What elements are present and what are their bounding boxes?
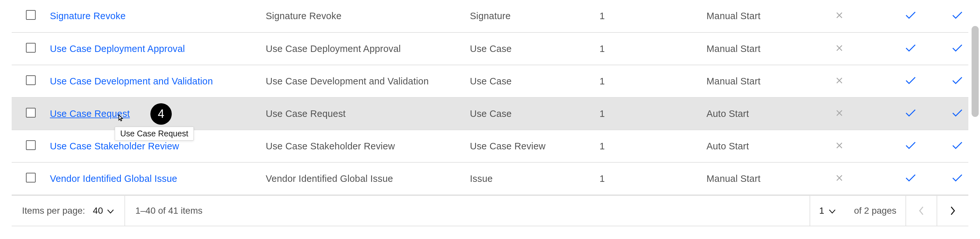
workflow-type: Use Case Review	[470, 130, 600, 162]
workflow-launch: Manual Start	[706, 32, 804, 65]
check-icon	[905, 77, 916, 84]
workflow-description: Use Case Stakeholder Review	[266, 130, 470, 162]
check-icon	[905, 44, 916, 52]
check-icon	[952, 141, 963, 149]
row-checkbox[interactable]	[26, 108, 36, 117]
workflow-launch: Auto Start	[706, 98, 804, 130]
workflow-description: Vendor Identified Global Issue	[266, 162, 470, 195]
check-icon	[952, 109, 963, 117]
close-icon	[835, 44, 843, 54]
workflow-launch: Manual Start	[706, 0, 804, 32]
workflow-version: 1	[600, 98, 706, 130]
workflow-type: Use Case	[470, 32, 600, 65]
workflow-version: 1	[600, 162, 706, 195]
check-icon	[952, 11, 963, 19]
check-icon	[952, 44, 963, 52]
workflow-type: Issue	[470, 162, 600, 195]
page-number: 1	[819, 205, 824, 216]
hover-tooltip: Use Case Request	[115, 127, 194, 141]
cursor-pointer-icon	[116, 114, 126, 124]
workflow-name-link[interactable]: Use Case Deployment Approval	[50, 43, 185, 54]
row-checkbox[interactable]	[26, 140, 36, 150]
workflow-table: Signature RevokeSignature RevokeSignatur…	[12, 0, 968, 195]
row-checkbox[interactable]	[26, 75, 36, 85]
prev-page-button[interactable]	[906, 196, 937, 226]
workflow-name-link[interactable]: Use Case Stakeholder Review	[50, 141, 179, 151]
check-icon	[952, 174, 963, 182]
items-per-page-value: 40	[93, 205, 103, 216]
step-badge: 4	[150, 103, 172, 125]
row-checkbox[interactable]	[26, 43, 36, 53]
workflow-description: Use Case Development and Validation	[266, 65, 470, 98]
table-row: Vendor Identified Global IssueVendor Ide…	[12, 162, 968, 195]
workflow-type: Use Case	[470, 98, 600, 130]
workflow-version: 1	[600, 0, 706, 32]
workflow-launch: Manual Start	[706, 65, 804, 98]
page-number-select[interactable]: 1	[810, 196, 845, 226]
check-icon	[905, 141, 916, 149]
check-icon	[952, 77, 963, 84]
close-icon	[835, 174, 843, 184]
table-row: Signature RevokeSignature RevokeSignatur…	[12, 0, 968, 32]
close-icon	[835, 11, 843, 21]
check-icon	[905, 11, 916, 19]
next-page-button[interactable]	[937, 196, 968, 226]
items-per-page[interactable]: Items per page: 40	[12, 196, 125, 226]
table-row: Use Case Development and ValidationUse C…	[12, 65, 968, 98]
row-checkbox[interactable]	[26, 173, 36, 183]
workflow-description: Use Case Request	[266, 98, 470, 130]
scrollbar-thumb[interactable]	[972, 26, 979, 117]
of-pages-label: of 2 pages	[845, 196, 906, 226]
workflow-name-link[interactable]: Vendor Identified Global Issue	[50, 173, 177, 184]
workflow-name-link[interactable]: Use Case Development and Validation	[50, 76, 213, 87]
workflow-description: Use Case Deployment Approval	[266, 32, 470, 65]
workflow-description: Signature Revoke	[266, 0, 470, 32]
workflow-version: 1	[600, 32, 706, 65]
close-icon	[835, 77, 843, 87]
close-icon	[835, 141, 843, 152]
workflow-type: Signature	[470, 0, 600, 32]
chevron-down-icon	[829, 205, 836, 216]
items-per-page-label: Items per page:	[22, 205, 85, 216]
workflow-launch: Manual Start	[706, 162, 804, 195]
pagination-range: 1–40 of 41 items	[125, 196, 810, 226]
workflow-launch: Auto Start	[706, 130, 804, 162]
range-text: 1–40 of 41 items	[135, 205, 202, 216]
tooltip-text: Use Case Request	[120, 129, 188, 138]
table-row: Use Case Deployment ApprovalUse Case Dep…	[12, 32, 968, 65]
check-icon	[905, 109, 916, 117]
check-icon	[905, 174, 916, 182]
pagination-bar: Items per page: 40 1–40 of 41 items 1 of…	[12, 195, 968, 226]
workflow-type: Use Case	[470, 65, 600, 98]
workflow-version: 1	[600, 130, 706, 162]
close-icon	[835, 109, 843, 119]
step-badge-number: 4	[158, 107, 164, 121]
chevron-down-icon	[107, 205, 114, 216]
workflow-version: 1	[600, 65, 706, 98]
workflow-name-link[interactable]: Signature Revoke	[50, 11, 126, 21]
row-checkbox[interactable]	[26, 10, 36, 20]
